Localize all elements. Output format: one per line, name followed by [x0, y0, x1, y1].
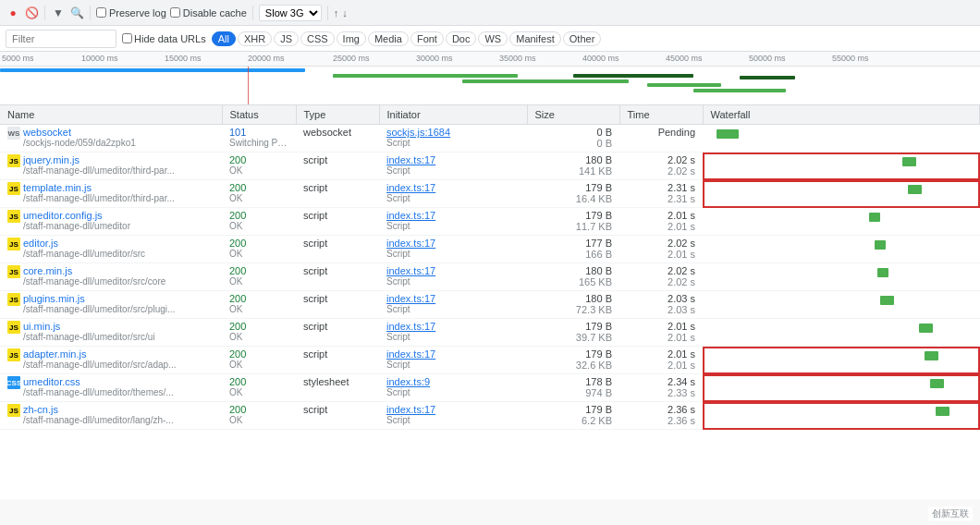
row-type-1: script	[296, 153, 379, 180]
timeline-bar-1	[0, 68, 305, 72]
row-time-top-4: 2.02 s	[627, 238, 695, 249]
row-size-bottom-3: 11.7 KB	[534, 221, 612, 232]
table-row[interactable]: JS ui.min.js /staff-manage-dll/umeditor/…	[0, 319, 980, 347]
row-size-bottom-7: 39.7 KB	[534, 332, 612, 343]
record-button[interactable]: ●	[6, 6, 20, 20]
row-initiator-link-9[interactable]: index.ts:9	[386, 376, 520, 387]
clear-button[interactable]: 🚫	[24, 6, 39, 20]
row-path-5: /staff-manage-dll/umeditor/src/core	[23, 276, 214, 287]
row-initiator-link-10[interactable]: index.ts:17	[386, 404, 520, 415]
row-time-top-10: 2.36 s	[627, 404, 695, 415]
network-table-container: Name Status Type Initiator Size Time Wat…	[0, 105, 980, 499]
filter-btn-css[interactable]: CSS	[300, 31, 335, 46]
col-header-status[interactable]: Status	[222, 105, 296, 125]
tick-8: 45000 ms	[666, 54, 703, 63]
table-row[interactable]: JS adapter.min.js /staff-manage-dll/umed…	[0, 347, 980, 374]
row-initiator-link-8[interactable]: index.ts:17	[386, 348, 520, 360]
row-initiator-link-4[interactable]: index.ts:17	[386, 238, 520, 249]
upload-icon: ↑	[334, 7, 339, 18]
row-initiator-link-6[interactable]: index.ts:17	[386, 293, 520, 304]
filter-btn-xhr[interactable]: XHR	[238, 31, 272, 46]
row-initiator-link-0[interactable]: sockjs.js:1684	[386, 127, 520, 138]
type-filter-buttons: AllXHRJSCSSImgMediaFontDocWSManifestOthe…	[212, 31, 602, 46]
row-initiator-type-3: Script	[386, 221, 520, 231]
network-toolbar: ● 🚫 ▼ 🔍 Preserve log Disable cache Slow …	[0, 0, 980, 26]
row-path-1: /staff-manage-dll/umeditor/third-par...	[23, 165, 214, 176]
tick-7: 40000 ms	[582, 54, 619, 63]
tick-0: 5000 ms	[2, 54, 34, 63]
row-status-text-4: OK	[229, 249, 288, 259]
disable-cache-checkbox[interactable]	[170, 7, 180, 18]
col-header-type[interactable]: Type	[296, 105, 379, 125]
row-name-4: editor.js	[23, 238, 214, 249]
filter-btn-all[interactable]: All	[212, 31, 236, 46]
table-row[interactable]: JS template.min.js /staff-manage-dll/ume…	[0, 180, 980, 208]
row-path-4: /staff-manage-dll/umeditor/src	[23, 249, 214, 259]
filter-input[interactable]	[6, 30, 116, 48]
waterfall-bar-3	[869, 213, 880, 222]
row-path-10: /staff-manage-dll/umeditor/lang/zh-...	[23, 415, 214, 425]
row-initiator-link-7[interactable]: index.ts:17	[386, 321, 520, 332]
name-texts-6: plugins.min.js /staff-manage-dll/umedito…	[23, 293, 214, 314]
row-initiator-link-2[interactable]: index.ts:17	[386, 182, 520, 193]
col-header-waterfall[interactable]: Waterfall	[703, 105, 980, 125]
table-row[interactable]: CSS umeditor.css /staff-manage-dll/umedi…	[0, 374, 980, 402]
row-status-text-6: OK	[229, 304, 288, 314]
row-path-9: /staff-manage-dll/umeditor/themes/...	[23, 387, 214, 397]
table-header-row: Name Status Type Initiator Size Time Wat…	[0, 105, 980, 125]
table-row[interactable]: JS jquery.min.js /staff-manage-dll/umedi…	[0, 153, 980, 180]
table-row[interactable]: JS umeditor.config.js /staff-manage-dll/…	[0, 208, 980, 236]
name-cell-1: JS jquery.min.js /staff-manage-dll/umedi…	[7, 154, 214, 176]
hide-data-urls-label: Hide data URLs	[134, 33, 206, 44]
filter-btn-other[interactable]: Other	[563, 31, 602, 46]
search-icon[interactable]: 🔍	[69, 6, 84, 20]
timeline-bar-3	[462, 79, 629, 83]
row-status-9: 200	[229, 376, 288, 387]
row-size-bottom-1: 141 KB	[534, 165, 612, 177]
row-type-10: script	[296, 402, 379, 430]
row-status-text-0: Switching Proto...	[229, 138, 288, 148]
name-texts-4: editor.js /staff-manage-dll/umeditor/src	[23, 238, 214, 259]
col-header-size[interactable]: Size	[527, 105, 619, 125]
table-row[interactable]: JS plugins.min.js /staff-manage-dll/umed…	[0, 291, 980, 319]
disable-cache-group[interactable]: Disable cache	[170, 7, 247, 18]
row-initiator-link-5[interactable]: index.ts:17	[386, 265, 520, 276]
tick-10: 55000 ms	[832, 54, 869, 63]
table-row[interactable]: WS websocket /sockjs-node/059/da2zpko1 1…	[0, 125, 980, 153]
row-status-7: 200	[229, 321, 288, 332]
hide-data-urls-group[interactable]: Hide data URLs	[122, 33, 206, 44]
name-texts-8: adapter.min.js /staff-manage-dll/umedito…	[23, 348, 214, 370]
tick-4: 25000 ms	[333, 54, 370, 63]
preserve-log-checkbox[interactable]	[96, 7, 106, 18]
row-time-top-9: 2.34 s	[627, 376, 695, 387]
row-initiator-link-3[interactable]: index.ts:17	[386, 210, 520, 221]
row-time-bottom-8: 2.01 s	[627, 360, 695, 371]
row-path-2: /staff-manage-dll/umeditor/third-par...	[23, 193, 214, 203]
filter-btn-ws[interactable]: WS	[478, 31, 508, 46]
file-icon-5: JS	[7, 265, 20, 278]
row-waterfall-0	[703, 125, 980, 153]
col-header-initiator[interactable]: Initiator	[379, 105, 527, 125]
col-header-name[interactable]: Name	[0, 105, 222, 125]
filter-btn-doc[interactable]: Doc	[446, 31, 477, 46]
name-texts-7: ui.min.js /staff-manage-dll/umeditor/src…	[23, 321, 214, 342]
col-header-time[interactable]: Time	[619, 105, 703, 125]
row-initiator-link-1[interactable]: index.ts:17	[386, 154, 520, 165]
speed-throttle-select[interactable]: Slow 3G Fast 3G Online	[259, 5, 322, 21]
timeline-ruler: 5000 ms 10000 ms 15000 ms 20000 ms 25000…	[0, 52, 980, 67]
table-row[interactable]: JS core.min.js /staff-manage-dll/umedito…	[0, 263, 980, 291]
table-row[interactable]: JS editor.js /staff-manage-dll/umeditor/…	[0, 236, 980, 263]
table-row[interactable]: JS zh-cn.js /staff-manage-dll/umeditor/l…	[0, 402, 980, 430]
filter-btn-js[interactable]: JS	[274, 31, 299, 46]
filter-btn-media[interactable]: Media	[368, 31, 409, 46]
filter-icon[interactable]: ▼	[51, 6, 66, 20]
preserve-log-group[interactable]: Preserve log	[96, 7, 166, 18]
filter-btn-font[interactable]: Font	[410, 31, 444, 46]
filter-btn-manifest[interactable]: Manifest	[509, 31, 561, 46]
hide-data-urls-checkbox[interactable]	[122, 33, 132, 43]
filter-btn-img[interactable]: Img	[337, 31, 366, 46]
row-size-bottom-0: 0 B	[534, 138, 612, 149]
row-status-text-7: OK	[229, 332, 288, 342]
row-waterfall-1	[703, 153, 980, 180]
row-initiator-type-10: Script	[386, 415, 520, 425]
